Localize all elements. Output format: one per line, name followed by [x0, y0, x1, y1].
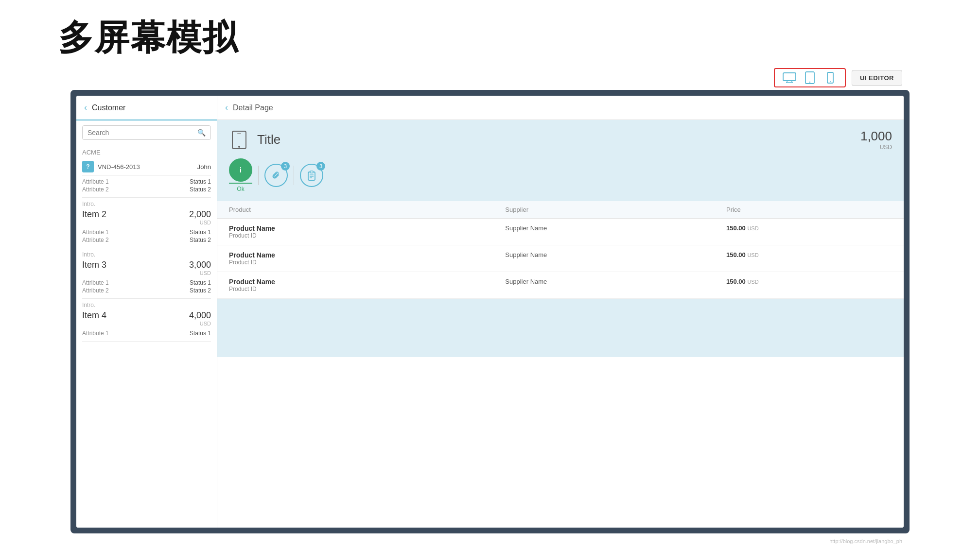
- product-name: Product Name: [229, 224, 505, 232]
- svg-text:i: i: [240, 166, 242, 174]
- list-item[interactable]: ? VND-456-2013 John: [82, 158, 211, 176]
- svg-rect-0: [783, 73, 796, 81]
- action-separator-2: [294, 166, 294, 185]
- table-row[interactable]: Product Name Product ID Supplier Name 15…: [217, 219, 904, 245]
- action-ok-label: Ok: [237, 186, 244, 192]
- detail-page-title: Detail Page: [233, 103, 273, 112]
- item-3-name: Item 3: [82, 260, 106, 270]
- app-container: ‹ Customer 🔍 ACME ? VND-456-2013 John At…: [76, 96, 904, 528]
- detail-actions: i Ok 3: [229, 158, 892, 192]
- desktop-icon[interactable]: [782, 72, 797, 84]
- action-separator: [258, 166, 259, 185]
- th-price: Price: [726, 206, 892, 213]
- action-clipboard-button[interactable]: 3: [300, 164, 323, 187]
- item-2-name: Item 2: [82, 209, 106, 220]
- item-main-row[interactable]: Item 4 4,000 USD: [82, 309, 211, 327]
- detail-main-title: Title: [257, 132, 280, 147]
- svg-rect-14: [310, 171, 313, 173]
- item-2-amount-block: 2,000 USD: [189, 209, 211, 225]
- table-header-row: Product Supplier Price: [217, 201, 904, 219]
- action-underline: [229, 183, 252, 184]
- item-4-amount-block: 4,000 USD: [189, 310, 211, 326]
- screen-icons-box: [774, 68, 846, 87]
- attr-row: Attribute 1 Status 1: [82, 329, 211, 337]
- svg-rect-10: [237, 133, 241, 134]
- right-panel: ‹ Detail Page Title: [217, 96, 904, 528]
- back-arrow-left[interactable]: ‹: [84, 103, 87, 113]
- item-main-row[interactable]: Item 3 3,000 USD: [82, 259, 211, 277]
- action-attachment-button[interactable]: 3: [264, 164, 288, 187]
- tablet-icon[interactable]: [802, 72, 818, 84]
- td-supplier: Supplier Name: [505, 251, 726, 258]
- item-4-details: Attribute 1 Status 1: [82, 327, 211, 342]
- product-id: Product ID: [229, 286, 505, 292]
- action-attachment-wrapper: 3: [264, 164, 288, 187]
- top-toolbar: UI EDITOR: [774, 68, 902, 87]
- td-product: Product Name Product ID: [229, 224, 505, 239]
- table-area: Product Supplier Price Product Name Prod…: [217, 201, 904, 528]
- product-id: Product ID: [229, 232, 505, 239]
- empty-bottom: [217, 299, 904, 357]
- page-title: 多屏幕模拟: [0, 0, 980, 71]
- detail-title-left: Title: [229, 130, 280, 150]
- attr-row: Attribute 2 Status 2: [82, 186, 211, 193]
- th-product: Product: [229, 206, 505, 213]
- item-3-amount-block: 3,000 USD: [189, 260, 211, 276]
- td-price: 150.00 USD: [726, 278, 892, 285]
- search-input[interactable]: [88, 129, 197, 137]
- action-ok-button[interactable]: i: [229, 158, 252, 182]
- ui-editor-button[interactable]: UI EDITOR: [852, 70, 902, 86]
- item-icon: ?: [82, 161, 94, 172]
- mobile-icon[interactable]: [822, 72, 838, 84]
- td-product: Product Name Product ID: [229, 251, 505, 266]
- table-row[interactable]: Product Name Product ID Supplier Name 15…: [217, 272, 904, 299]
- item-2-details: Attribute 1 Status 1 Attribute 2 Status …: [82, 226, 211, 248]
- item-name: John: [197, 163, 211, 171]
- watermark: http://blog.csdn.net/jiangbo_ph: [829, 538, 902, 544]
- attr-row: Attribute 2 Status 2: [82, 236, 211, 244]
- th-supplier: Supplier: [505, 206, 726, 213]
- attr-row: Attribute 1 Status 1: [82, 178, 211, 186]
- intro-label: Intro.: [82, 198, 211, 208]
- product-name: Product Name: [229, 251, 505, 259]
- detail-currency: USD: [860, 144, 892, 151]
- tablet-detail-icon: [229, 130, 249, 150]
- customer-panel-title: Customer: [92, 103, 125, 112]
- item-details: Attribute 1 Status 1 Attribute 2 Status …: [82, 176, 211, 198]
- list-content: ACME ? VND-456-2013 John Attribute 1 Sta…: [76, 145, 217, 528]
- intro-label: Intro.: [82, 299, 211, 309]
- item-3-details: Attribute 1 Status 1 Attribute 2 Status …: [82, 277, 211, 299]
- svg-point-9: [238, 146, 240, 148]
- td-price: 150.00 USD: [726, 224, 892, 232]
- svg-point-7: [830, 81, 831, 82]
- panel-header: ‹ Customer: [76, 96, 217, 120]
- action-ok-wrapper: i Ok: [229, 158, 252, 192]
- td-supplier: Supplier Name: [505, 278, 726, 285]
- td-product: Product Name Product ID: [229, 278, 505, 292]
- attachment-badge: 3: [281, 162, 290, 171]
- item-id: VND-456-2013: [98, 163, 193, 171]
- td-price: 150.00 USD: [726, 251, 892, 258]
- detail-header: ‹ Detail Page: [217, 96, 904, 120]
- search-box[interactable]: 🔍: [82, 125, 211, 140]
- detail-price: 1,000: [860, 129, 892, 143]
- action-clipboard-wrapper: 3: [300, 164, 323, 187]
- table-row[interactable]: Product Name Product ID Supplier Name 15…: [217, 245, 904, 272]
- detail-price-block: 1,000 USD: [860, 129, 892, 151]
- attr-row: Attribute 2 Status 2: [82, 287, 211, 294]
- intro-label: Intro.: [82, 248, 211, 259]
- item-4-name: Item 4: [82, 310, 106, 321]
- back-arrow-detail[interactable]: ‹: [225, 103, 228, 113]
- attr-row: Attribute 1 Status 1: [82, 228, 211, 236]
- svg-point-5: [809, 82, 810, 83]
- detail-title-row: Title 1,000 USD: [229, 129, 892, 151]
- group-label-acme: ACME: [82, 145, 211, 158]
- detail-top-section: Title 1,000 USD i: [217, 120, 904, 201]
- item-main-row[interactable]: Item 2 2,000 USD: [82, 208, 211, 226]
- search-icon: 🔍: [197, 129, 206, 137]
- product-name: Product Name: [229, 278, 505, 286]
- left-panel: ‹ Customer 🔍 ACME ? VND-456-2013 John At…: [76, 96, 217, 528]
- attr-row: Attribute 1 Status 1: [82, 279, 211, 287]
- clipboard-badge: 3: [316, 162, 325, 171]
- td-supplier: Supplier Name: [505, 224, 726, 232]
